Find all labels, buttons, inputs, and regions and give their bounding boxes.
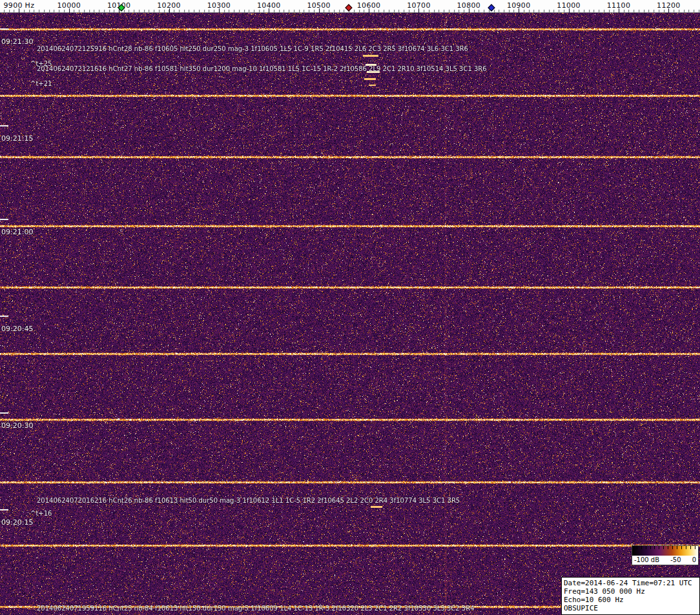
freq-tick-label: 10400 [257,1,281,10]
colorbar-gradient [632,546,698,556]
info-line: Echo=10 600 Hz [564,596,697,604]
colorbar-label-min: -100 dB [634,556,659,565]
freq-tick-label: 10900 [507,1,531,10]
spectrogram-waterfall[interactable] [0,13,700,615]
freq-tick-label: 9900 Hz [4,1,35,10]
freq-tick-label: 11100 [607,1,631,10]
freq-tick-label: 10000 [57,1,81,10]
spectrogram-app: 9900 Hz 10000 10100 10200 10300 10400 10… [0,0,700,615]
intensity-colorbar: -100 dB -50 0 [632,545,699,565]
info-line: OBSUPICE [564,604,697,612]
freq-tick-label: 10700 [407,1,431,10]
colorbar-label-mid: -50 [670,556,681,565]
observation-info-box: Date=2014-06-24 Time=07:21 UTCFreq=143 0… [561,577,700,615]
freq-tick-label: 10300 [207,1,231,10]
freq-tick-label: 10600 [357,1,381,10]
colorbar-label-max: 0 [692,556,696,565]
freq-tick-label: 10800 [457,1,481,10]
info-line: Freq=143 050 000 Hz [564,587,697,596]
freq-tick-label: 11000 [557,1,581,10]
freq-tick-label: 11200 [657,1,681,10]
colorbar-ticks [632,546,698,549]
info-line: Date=2014-06-24 Time=07:21 UTC [564,579,697,587]
frequency-ruler: 9900 Hz 10000 10100 10200 10300 10400 10… [0,0,700,13]
colorbar-labels: -100 dB -50 0 [632,556,698,565]
freq-tick-label: 10500 [307,1,331,10]
freq-tick-label: 10200 [157,1,181,10]
